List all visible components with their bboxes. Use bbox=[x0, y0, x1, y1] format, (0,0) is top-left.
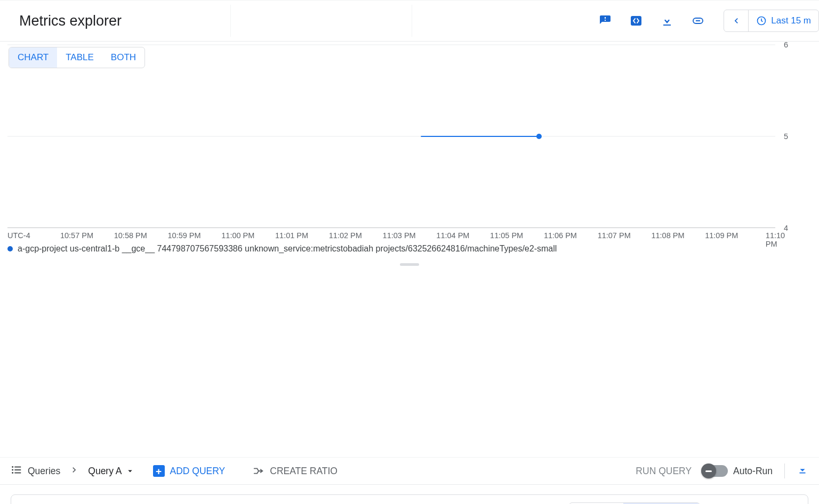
chart-xtick: 11:01 PM bbox=[275, 231, 308, 240]
collapse-panel-icon[interactable] bbox=[797, 465, 809, 477]
chart-ytick: 6 bbox=[784, 40, 788, 49]
svg-point-6 bbox=[536, 134, 542, 139]
add-query-button[interactable]: + ADD QUERY bbox=[153, 465, 226, 477]
tab-chart[interactable]: CHART bbox=[9, 47, 57, 68]
svg-point-9 bbox=[12, 472, 13, 474]
divider bbox=[412, 5, 412, 37]
chart-xtick: 10:58 PM bbox=[114, 231, 147, 240]
active-query-dropdown[interactable]: Query A bbox=[88, 466, 134, 477]
chart-legend[interactable]: a-gcp-project us-central1-b __gce__ 7447… bbox=[7, 244, 557, 254]
top-header: Metrics explorer Last 15 m bbox=[0, 0, 819, 42]
legend-text: a-gcp-project us-central1-b __gce__ 7447… bbox=[18, 244, 557, 254]
time-range-control: Last 15 m bbox=[724, 10, 819, 32]
time-range-label: Last 15 m bbox=[771, 15, 811, 26]
create-ratio-label: CREATE RATIO bbox=[270, 466, 338, 477]
chart-xtick: 11:04 PM bbox=[436, 231, 469, 240]
merge-icon bbox=[253, 465, 264, 477]
time-range-button[interactable]: Last 15 m bbox=[749, 15, 818, 26]
code-icon[interactable] bbox=[630, 14, 643, 27]
add-query-label: ADD QUERY bbox=[170, 466, 226, 477]
autorun-toggle[interactable]: Auto-Run bbox=[703, 465, 773, 477]
panel-header: A MQL Query BUILDER CODE EDITOR bbox=[11, 495, 808, 504]
chart-xtick: 11:06 PM bbox=[544, 231, 577, 240]
page-title: Metrics explorer bbox=[19, 13, 122, 29]
time-prev-button[interactable] bbox=[724, 10, 749, 31]
svg-point-8 bbox=[12, 469, 13, 470]
chart-xtick: 11:05 PM bbox=[490, 231, 523, 240]
chart-xtick: 10:57 PM bbox=[60, 231, 93, 240]
chart-canvas[interactable] bbox=[0, 42, 819, 228]
link-icon[interactable] bbox=[692, 14, 704, 27]
active-query-label: Query A bbox=[88, 466, 122, 477]
feedback-icon[interactable] bbox=[599, 14, 612, 27]
chart-xtick: 11:00 PM bbox=[221, 231, 254, 240]
chart-ytick: 4 bbox=[784, 224, 788, 232]
chart-xtick: 11:03 PM bbox=[383, 231, 416, 240]
tab-both[interactable]: BOTH bbox=[102, 47, 144, 68]
chart-ytick: 5 bbox=[784, 132, 788, 141]
divider bbox=[230, 5, 231, 37]
editor-area: A MQL Query BUILDER CODE EDITOR bbox=[0, 485, 819, 504]
queries-breadcrumb[interactable]: Queries bbox=[11, 464, 60, 478]
tab-table[interactable]: TABLE bbox=[57, 47, 102, 68]
create-ratio-button[interactable]: CREATE RATIO bbox=[253, 465, 338, 477]
queries-label: Queries bbox=[28, 466, 60, 477]
chart-zone: CHART TABLE BOTH UTC-4 10:57 PM10:58 PM1… bbox=[0, 42, 819, 228]
autorun-label: Auto-Run bbox=[733, 466, 773, 477]
plus-icon: + bbox=[153, 465, 165, 477]
caret-down-icon bbox=[125, 466, 135, 476]
chart-xtick: 11:09 PM bbox=[705, 231, 738, 240]
svg-point-7 bbox=[12, 466, 13, 468]
resize-handle[interactable] bbox=[400, 263, 419, 266]
svg-rect-11 bbox=[14, 469, 21, 470]
chart-xtick: 11:02 PM bbox=[329, 231, 362, 240]
chart-xtick: 10:59 PM bbox=[167, 231, 200, 240]
chevron-right-icon bbox=[69, 465, 79, 477]
divider bbox=[784, 464, 785, 478]
query-toolbar: Queries Query A + ADD QUERY CREATE RATIO… bbox=[0, 457, 819, 485]
download-icon[interactable] bbox=[661, 14, 673, 27]
svg-rect-13 bbox=[800, 473, 806, 474]
run-query-button[interactable]: RUN QUERY bbox=[636, 466, 692, 477]
legend-color-dot bbox=[7, 246, 13, 251]
header-actions: Last 15 m bbox=[599, 10, 819, 32]
view-tabs: CHART TABLE BOTH bbox=[9, 47, 145, 68]
switch-icon bbox=[703, 465, 728, 477]
svg-rect-12 bbox=[14, 472, 21, 473]
query-editor-panel: A MQL Query BUILDER CODE EDITOR bbox=[11, 494, 808, 504]
svg-rect-10 bbox=[14, 466, 21, 467]
chart-xtick: 11:10 PM bbox=[766, 231, 785, 248]
chart-xticks: 10:57 PM10:58 PM10:59 PM11:00 PM11:01 PM… bbox=[7, 231, 780, 243]
svg-rect-0 bbox=[631, 16, 641, 26]
chart-xtick: 11:07 PM bbox=[598, 231, 631, 240]
chart-xtick: 11:08 PM bbox=[651, 231, 684, 240]
list-icon bbox=[11, 464, 22, 478]
